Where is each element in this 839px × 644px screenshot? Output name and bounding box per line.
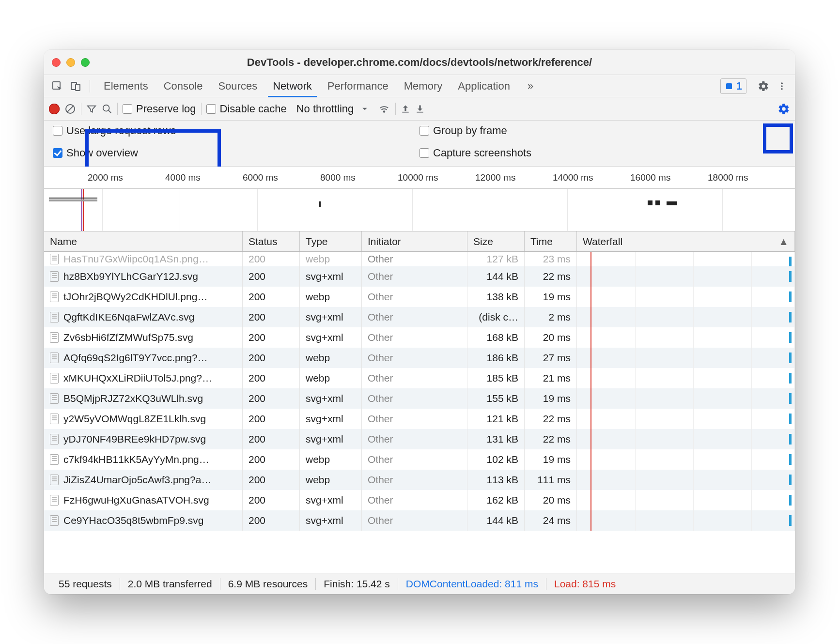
timeline-overview[interactable] bbox=[44, 189, 795, 231]
table-row[interactable]: Zv6sbHi6fZfZMWufSp75.svg200svg+xmlOther1… bbox=[44, 327, 795, 348]
cell-time: 22 ms bbox=[525, 429, 577, 449]
divider bbox=[90, 80, 90, 92]
import-har-icon[interactable] bbox=[401, 104, 410, 114]
svg-point-9 bbox=[103, 105, 109, 111]
show-overview-checkbox[interactable]: Show overview bbox=[53, 147, 420, 159]
col-time[interactable]: Time bbox=[525, 231, 577, 251]
cell-size: 121 kB bbox=[467, 409, 525, 429]
minimize-window-button[interactable] bbox=[66, 58, 75, 67]
ruler-tick: 8000 ms bbox=[320, 172, 356, 183]
use-large-rows-checkbox[interactable]: Use large request rows bbox=[53, 124, 420, 137]
tab-console[interactable]: Console bbox=[156, 75, 211, 97]
cell-waterfall bbox=[577, 327, 795, 348]
col-name[interactable]: Name bbox=[44, 231, 243, 251]
cell-size: 113 kB bbox=[467, 470, 525, 490]
col-status[interactable]: Status bbox=[243, 231, 300, 251]
issues-badge[interactable]: 1 bbox=[720, 78, 746, 94]
file-icon bbox=[50, 353, 59, 363]
cell-status: 200 bbox=[243, 388, 300, 409]
throttling-label: No throttling bbox=[296, 103, 354, 115]
zoom-window-button[interactable] bbox=[81, 58, 90, 67]
cell-type: webp bbox=[300, 470, 362, 490]
cell-size: 186 kB bbox=[467, 348, 525, 368]
cell-time: 21 ms bbox=[525, 368, 577, 388]
table-row[interactable]: Ce9YHacO35q8t5wbmFp9.svg200svg+xmlOther1… bbox=[44, 510, 795, 531]
table-row[interactable]: AQfq69qS2Ig6lT9Y7vcc.png?…200webpOther18… bbox=[44, 348, 795, 368]
cell-initiator: Other bbox=[362, 287, 467, 307]
device-toggle-icon[interactable] bbox=[67, 78, 84, 94]
cell-status: 200 bbox=[243, 327, 300, 348]
capture-screenshots-checkbox[interactable]: Capture screenshots bbox=[420, 147, 786, 159]
record-button[interactable] bbox=[49, 104, 60, 114]
table-row[interactable]: HasTnu7GxWiipc0q1ASn.png…200webpOther127… bbox=[44, 252, 795, 266]
tab-performance[interactable]: Performance bbox=[320, 75, 396, 97]
status-resources: 6.9 MB resources bbox=[220, 578, 316, 590]
cell-waterfall bbox=[577, 429, 795, 449]
cell-status: 200 bbox=[243, 287, 300, 307]
kebab-menu-icon[interactable] bbox=[774, 78, 790, 94]
table-row[interactable]: B5QMjpRJZ72xKQ3uWLlh.svg200svg+xmlOther1… bbox=[44, 388, 795, 409]
cell-name: B5QMjpRJZ72xKQ3uWLlh.svg bbox=[63, 393, 203, 404]
col-type[interactable]: Type bbox=[300, 231, 362, 251]
cell-status: 200 bbox=[243, 266, 300, 287]
table-row[interactable]: yDJ70NF49BREe9kHD7pw.svg200svg+xmlOther1… bbox=[44, 429, 795, 449]
col-initiator[interactable]: Initiator bbox=[362, 231, 467, 251]
network-conditions-icon[interactable] bbox=[378, 104, 390, 114]
tab-application[interactable]: Application bbox=[450, 75, 518, 97]
cell-time: 19 ms bbox=[525, 388, 577, 409]
svg-point-4 bbox=[781, 82, 783, 84]
titlebar: DevTools - developer.chrome.com/docs/dev… bbox=[44, 50, 795, 75]
search-icon[interactable] bbox=[102, 104, 112, 114]
cell-time: 19 ms bbox=[525, 287, 577, 307]
cell-name: HasTnu7GxWiipc0q1ASn.png… bbox=[63, 253, 209, 265]
cell-type: svg+xml bbox=[300, 307, 362, 327]
clear-icon[interactable] bbox=[64, 103, 76, 115]
network-settings-icon[interactable] bbox=[777, 103, 790, 115]
table-row[interactable]: xMKUHQxXLiRDiiUTol5J.png?…200webpOther18… bbox=[44, 368, 795, 388]
svg-point-5 bbox=[781, 85, 783, 87]
col-waterfall[interactable]: Waterfall▲ bbox=[577, 231, 795, 251]
preserve-log-checkbox[interactable]: Preserve log bbox=[123, 103, 196, 115]
tab-sources[interactable]: Sources bbox=[210, 75, 265, 97]
cell-time: 20 ms bbox=[525, 327, 577, 348]
filter-icon[interactable] bbox=[86, 104, 97, 114]
col-size[interactable]: Size bbox=[467, 231, 525, 251]
throttling-select[interactable]: No throttling bbox=[292, 103, 373, 115]
close-window-button[interactable] bbox=[52, 58, 61, 67]
cell-initiator: Other bbox=[362, 348, 467, 368]
settings-icon[interactable] bbox=[755, 78, 772, 94]
cell-size: 168 kB bbox=[467, 327, 525, 348]
cell-time: 23 ms bbox=[525, 252, 577, 266]
status-requests: 55 requests bbox=[51, 578, 120, 590]
file-icon bbox=[50, 414, 59, 424]
divider bbox=[81, 103, 81, 115]
table-row[interactable]: JiZisZ4UmarOjo5cAwf3.png?a…200webpOther1… bbox=[44, 470, 795, 490]
svg-rect-13 bbox=[417, 111, 423, 112]
network-settings-pane: Use large request rows Group by frame Sh… bbox=[44, 121, 795, 167]
inspect-element-icon[interactable] bbox=[49, 78, 65, 94]
table-row[interactable]: hz8BXb9YlYLhCGarY12J.svg200svg+xmlOther1… bbox=[44, 266, 795, 287]
table-row[interactable]: y2W5yVOMWqgL8ZE1Lklh.svg200svg+xmlOther1… bbox=[44, 409, 795, 429]
export-har-icon[interactable] bbox=[415, 104, 425, 114]
disable-cache-checkbox[interactable]: Disable cache bbox=[206, 103, 287, 115]
tab-more[interactable]: » bbox=[520, 75, 541, 97]
cell-type: svg+xml bbox=[300, 490, 362, 510]
status-transferred: 2.0 MB transferred bbox=[120, 578, 220, 590]
cell-waterfall bbox=[577, 368, 795, 388]
tab-elements[interactable]: Elements bbox=[96, 75, 156, 97]
table-row[interactable]: c7kf94kHB11kK5AyYyMn.png…200webpOther102… bbox=[44, 449, 795, 470]
tab-memory[interactable]: Memory bbox=[396, 75, 450, 97]
timeline-ruler[interactable]: 2000 ms4000 ms6000 ms8000 ms10000 ms1200… bbox=[44, 167, 795, 189]
file-icon bbox=[50, 454, 59, 465]
devtools-window: DevTools - developer.chrome.com/docs/dev… bbox=[44, 50, 795, 594]
cell-waterfall bbox=[577, 266, 795, 287]
svg-rect-3 bbox=[726, 83, 732, 89]
table-row[interactable]: QgftKdIKE6NqaFwlZAVc.svg200svg+xmlOther(… bbox=[44, 307, 795, 327]
table-row[interactable]: FzH6gwuHgXuGnasATVOH.svg200svg+xmlOther1… bbox=[44, 490, 795, 510]
tab-network[interactable]: Network bbox=[265, 75, 320, 97]
svg-line-8 bbox=[67, 106, 74, 112]
cell-initiator: Other bbox=[362, 266, 467, 287]
ruler-tick: 16000 ms bbox=[630, 172, 670, 183]
table-row[interactable]: tJOhr2jBQWy2CdKHDlUl.png…200webpOther138… bbox=[44, 287, 795, 307]
group-by-frame-checkbox[interactable]: Group by frame bbox=[420, 124, 786, 137]
